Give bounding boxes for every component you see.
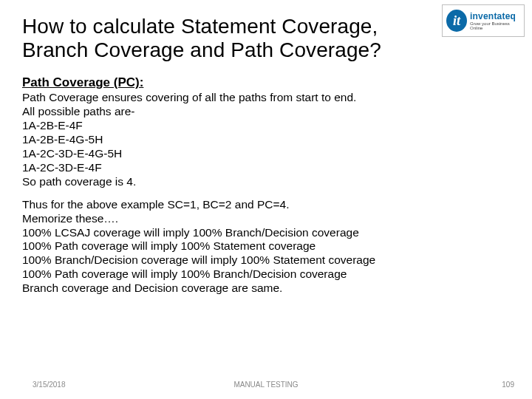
intro-line: 1A-2C-3D-E-4G-5H: [22, 147, 510, 161]
intro-line: 1A-2B-E-4F: [22, 119, 510, 133]
footer-date: 3/15/2018: [33, 381, 66, 389]
intro-line: 1A-2B-E-4G-5H: [22, 133, 510, 147]
summary-line: 100% Path coverage will imply 100% Branc…: [22, 267, 510, 282]
intro-block: Path Coverage ensures covering of all th…: [22, 91, 510, 188]
summary-line: 100% Path coverage will imply 100% State…: [22, 239, 510, 253]
brand-logo: it inventateq Grow your Business Online: [442, 4, 525, 37]
summary-line: Memorize these….: [22, 212, 510, 226]
logo-mark-icon: it: [446, 10, 467, 32]
summary-block: Thus for the above example SC=1, BC=2 an…: [22, 198, 510, 296]
intro-line: 1A-2C-3D-E-4F: [22, 161, 510, 175]
intro-line: All possible paths are-: [22, 105, 510, 119]
footer-center: MANUAL TESTING: [233, 381, 298, 389]
logo-text: inventateq Grow your Business Online: [470, 12, 520, 30]
summary-line: Thus for the above example SC=1, BC=2 an…: [22, 198, 510, 212]
logo-tagline: Grow your Business Online: [470, 21, 520, 30]
slide-footer: 3/15/2018 MANUAL TESTING 109: [0, 381, 532, 389]
footer-page-number: 109: [502, 381, 514, 389]
slide: it inventateq Grow your Business Online …: [0, 0, 532, 399]
section-heading: Path Coverage (PC):: [22, 75, 510, 90]
summary-line: Branch coverage and Decision coverage ar…: [22, 282, 510, 296]
intro-line: Path Coverage ensures covering of all th…: [22, 91, 510, 105]
summary-line: 100% LCSAJ coverage will imply 100% Bran…: [22, 226, 510, 240]
page-title: How to calculate Statement Coverage, Bra…: [22, 15, 436, 62]
logo-name: inventateq: [470, 12, 520, 21]
summary-line: 100% Branch/Decision coverage will imply…: [22, 253, 510, 267]
intro-line: So path coverage is 4.: [22, 175, 510, 189]
